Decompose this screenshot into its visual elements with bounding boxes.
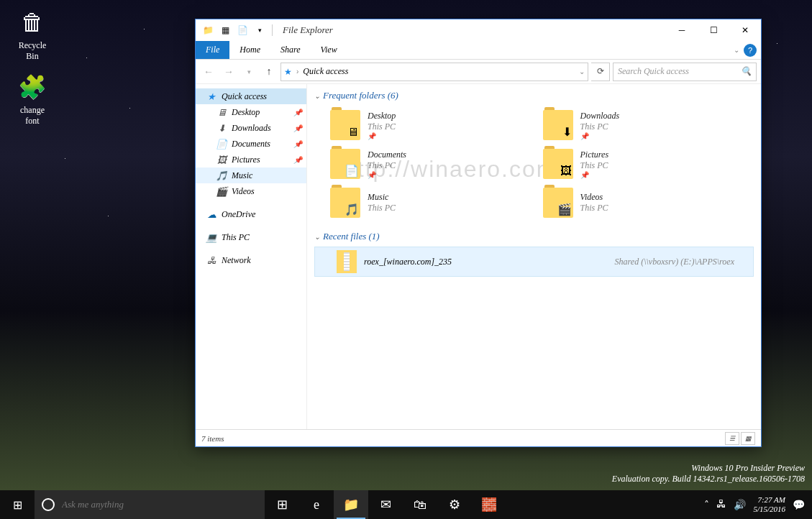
folder-desktop[interactable]: 🖥DesktopThis PC📌 — [329, 109, 527, 142]
view-icons-button[interactable]: ▦ — [741, 432, 755, 445]
minimize-button[interactable]: ─ — [666, 19, 698, 41]
cortana-input[interactable] — [62, 499, 257, 510]
desktop-icon-change-font[interactable]: 🧩change font — [7, 72, 58, 127]
sidebar-item-label: Quick access — [222, 91, 267, 102]
tray-network-icon[interactable]: 🖧 — [716, 499, 726, 510]
window-title: File Explorer — [283, 24, 666, 36]
pin-icon: 📌 — [293, 124, 302, 132]
nav-icon: ★ — [206, 91, 217, 102]
pin-icon: 📌 — [368, 171, 406, 179]
folder-name: Downloads — [580, 111, 620, 121]
folder-icon: 🎵 — [330, 188, 360, 218]
navbar: ← → ▾ ↑ ★ › Quick access ⌄ ⟳ Search Quic… — [196, 60, 761, 84]
breadcrumb[interactable]: Quick access — [303, 66, 348, 77]
close-button[interactable]: ✕ — [729, 19, 761, 41]
qat-properties[interactable]: ▦ — [217, 22, 233, 38]
ribbon-expand-icon[interactable]: ⌄ — [734, 46, 739, 54]
sidebar-item-pictures[interactable]: 🖼Pictures📌 — [196, 152, 306, 167]
refresh-button[interactable]: ⟳ — [591, 63, 610, 81]
clock[interactable]: 7:27 AM 5/15/2016 — [753, 495, 785, 514]
nav-back-button[interactable]: ← — [200, 63, 217, 81]
folder-icon: 🎬 — [543, 188, 573, 218]
sidebar-item-downloads[interactable]: ⬇Downloads📌 — [196, 120, 306, 136]
sidebar-item-videos[interactable]: 🎬Videos — [196, 183, 306, 199]
taskbar-explorer[interactable]: 📁 — [334, 490, 368, 519]
folder-name: Music — [368, 192, 396, 203]
recent-files-header[interactable]: ⌄ Recent files (1) — [314, 231, 754, 242]
folder-location: This PC — [368, 121, 396, 132]
sidebar-item-onedrive[interactable]: ☁OneDrive — [196, 206, 306, 222]
nav-forward-button[interactable]: → — [220, 63, 237, 81]
tray-chevron-icon[interactable]: ˄ — [704, 499, 709, 511]
sidebar-item-label: Pictures — [232, 155, 260, 165]
sidebar-item-this-pc[interactable]: 💻This PC — [196, 229, 306, 245]
folder-name: Documents — [368, 150, 406, 160]
nav-icon: 🎵 — [216, 170, 227, 181]
sidebar-item-label: Documents — [232, 139, 270, 150]
search-input[interactable]: Search Quick access 🔍 — [613, 63, 757, 81]
nav-history-dropdown[interactable]: ▾ — [240, 63, 257, 81]
folder-documents[interactable]: 📄DocumentsThis PC📌 — [329, 147, 527, 180]
nav-icon: 🖼 — [216, 154, 227, 165]
taskbar-task-view[interactable]: ⊞ — [265, 490, 299, 519]
content-pane[interactable]: http://winaero.com ⌄ Frequent folders (6… — [307, 84, 761, 429]
taskbar-app[interactable]: 🧱 — [472, 490, 506, 519]
help-icon[interactable]: ? — [744, 44, 757, 57]
file-explorer-window: 📁 ▦ 📄 ▾ File Explorer ─ ☐ ✕ File Home Sh… — [195, 19, 762, 447]
qat-newfolder[interactable]: 📄 — [234, 22, 250, 38]
search-icon[interactable]: 🔍 — [741, 66, 752, 77]
titlebar[interactable]: 📁 ▦ 📄 ▾ File Explorer ─ ☐ ✕ — [196, 19, 761, 41]
folder-location: This PC — [580, 160, 609, 171]
quickaccess-star-icon: ★ — [284, 67, 292, 77]
tab-file[interactable]: File — [196, 41, 229, 59]
nav-up-button[interactable]: ↑ — [260, 63, 278, 81]
sidebar-item-music[interactable]: 🎵Music — [196, 167, 306, 183]
taskbar-edge[interactable]: e — [299, 490, 334, 519]
chevron-down-icon: ⌄ — [314, 233, 320, 241]
desktop-icon-recycle-bin[interactable]: 🗑Recycle Bin — [7, 7, 58, 62]
folder-icon: 🖼 — [543, 149, 573, 179]
sidebar-item-documents[interactable]: 📄Documents📌 — [196, 136, 306, 152]
action-center-icon[interactable]: 💬 — [793, 499, 805, 511]
tray-volume-icon[interactable]: 🔊 — [734, 499, 746, 511]
system-tray[interactable]: ˄ 🖧 🔊 7:27 AM 5/15/2016 💬 — [697, 490, 812, 519]
sidebar-item-desktop[interactable]: 🖥Desktop📌 — [196, 104, 306, 120]
ribbon: File Home Share View ⌄ ? — [196, 41, 761, 60]
tab-view[interactable]: View — [311, 41, 347, 59]
cortana-search[interactable] — [35, 490, 265, 519]
address-bar[interactable]: ★ › Quick access ⌄ — [280, 63, 588, 81]
zip-icon — [337, 250, 357, 273]
start-button[interactable]: ⊞ — [0, 490, 35, 519]
search-placeholder: Search Quick access — [618, 66, 689, 77]
folder-music[interactable]: 🎵MusicThis PC — [329, 186, 527, 219]
folder-pictures[interactable]: 🖼PicturesThis PC📌 — [542, 147, 740, 180]
folder-videos[interactable]: 🎬VideosThis PC — [542, 186, 740, 219]
frequent-folders-header[interactable]: ⌄ Frequent folders (6) — [314, 90, 754, 101]
sidebar-item-quick-access[interactable]: ★Quick access — [196, 88, 306, 104]
address-dropdown-icon[interactable]: ⌄ — [579, 68, 585, 75]
desktop[interactable]: 🗑Recycle Bin🧩change font 📁 ▦ 📄 ▾ File Ex… — [0, 0, 812, 519]
tab-home[interactable]: Home — [229, 41, 270, 59]
folder-downloads[interactable]: ⬇DownloadsThis PC📌 — [542, 109, 740, 142]
taskbar-mail[interactable]: ✉ — [368, 490, 403, 519]
nav-icon: ⬇ — [216, 122, 227, 134]
nav-icon: 🖥 — [216, 106, 227, 118]
sidebar-item-network[interactable]: 🖧Network — [196, 252, 306, 268]
maximize-button[interactable]: ☐ — [698, 19, 729, 41]
cortana-icon — [42, 498, 55, 511]
chevron-right-icon: › — [296, 68, 298, 75]
tab-share[interactable]: Share — [270, 41, 311, 59]
pin-icon: 📌 — [368, 132, 396, 140]
icon-glyph: 🧩 — [17, 72, 47, 102]
pin-icon: 📌 — [293, 109, 302, 116]
folder-location: This PC — [368, 203, 396, 213]
view-details-button[interactable]: ☰ — [725, 432, 739, 445]
folder-icon: 🖥 — [330, 110, 360, 140]
sidebar-item-label: Desktop — [232, 107, 260, 118]
taskbar-settings[interactable]: ⚙ — [437, 490, 472, 519]
folder-icon: ⬇ — [543, 110, 573, 140]
qat-dropdown-icon[interactable]: ▾ — [252, 22, 268, 38]
taskbar-store[interactable]: 🛍 — [403, 490, 437, 519]
recent-file[interactable]: roex_[winaero.com]_235Shared (\\vboxsrv)… — [314, 247, 754, 277]
nav-icon: 📄 — [216, 138, 227, 150]
